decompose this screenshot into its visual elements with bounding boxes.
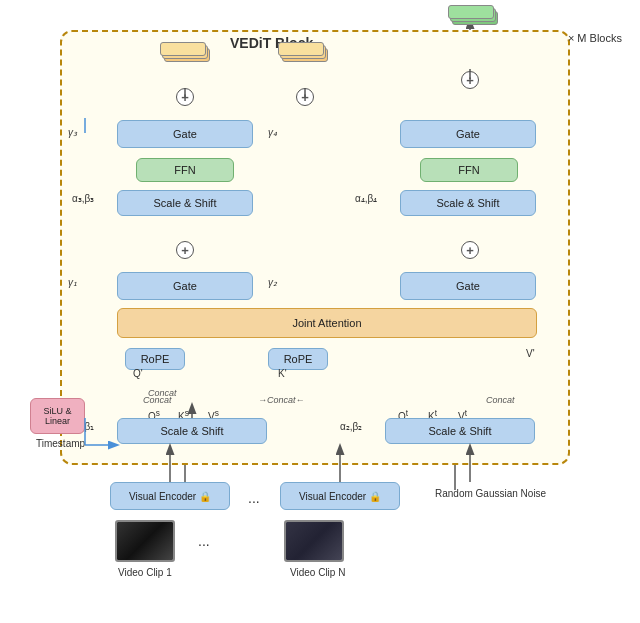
scale-shift1-label: Scale & Shift xyxy=(154,197,217,209)
video-clipn-thumb xyxy=(284,520,344,562)
visual-enc1-box: Visual Encoder 🔒 xyxy=(110,482,230,510)
scale-shift4-box: Scale & Shift xyxy=(385,418,535,444)
ellipsis-mid: ... xyxy=(248,490,260,506)
gamma3-label: γ₃ xyxy=(68,127,77,138)
video-clip1-thumb xyxy=(115,520,175,562)
v-prime-label: V' xyxy=(526,348,535,359)
gamma2-label: γ₂ xyxy=(268,277,277,288)
plus-circle-top-left: + xyxy=(176,88,194,106)
scale-shift3-label: Scale & Shift xyxy=(161,425,224,437)
visual-enc2-box: Visual Encoder 🔒 xyxy=(280,482,400,510)
gate2-label: Gate xyxy=(173,280,197,292)
gamma4-label: γ₄ xyxy=(268,127,277,138)
scale-shift1-box: Scale & Shift xyxy=(117,190,253,216)
ffn2-label: FFN xyxy=(458,164,479,176)
timestamp-label: Timestamp xyxy=(36,438,85,449)
gate1-box: Gate xyxy=(117,120,253,148)
xm-blocks-label: × M Blocks xyxy=(568,32,622,44)
silu-box: SiLU & Linear xyxy=(30,398,85,434)
rope1-box: RoPE xyxy=(125,348,185,370)
gate4-box: Gate xyxy=(400,272,536,300)
gamma1-label: γ₁ xyxy=(68,277,77,288)
scale-shift2-label: Scale & Shift xyxy=(437,197,500,209)
plus-circle-top-mid: + xyxy=(296,88,314,106)
concat3-display: Concat xyxy=(486,395,515,405)
plus-circle-top-right: + xyxy=(461,71,479,89)
gate4-label: Gate xyxy=(456,280,480,292)
main-container: VEDiT Block × M Blocks + + + Gate Gate F… xyxy=(0,0,640,623)
ellipsis-clips: ... xyxy=(198,533,210,549)
random-noise-label: Random Gaussian Noise xyxy=(435,488,546,499)
alpha3-beta3-label: α₃,β₃ xyxy=(72,193,94,204)
plus-circle-mid-right: + xyxy=(461,241,479,259)
gate3-box: Gate xyxy=(400,120,536,148)
plus-circle-mid-left: + xyxy=(176,241,194,259)
scale-shift2-box: Scale & Shift xyxy=(400,190,536,216)
visual-enc1-label: Visual Encoder 🔒 xyxy=(129,491,211,502)
ffn1-label: FFN xyxy=(174,164,195,176)
q-prime-label: Q' xyxy=(133,368,143,379)
gate1-label: Gate xyxy=(173,128,197,140)
rope2-box: RoPE xyxy=(268,348,328,370)
scale-shift4-label: Scale & Shift xyxy=(429,425,492,437)
alpha4-beta4-label: α₄,β₄ xyxy=(355,193,377,204)
ffn2-box: FFN xyxy=(420,158,518,182)
alpha2-beta2-label: α₂,β₂ xyxy=(340,421,362,432)
gate3-label: Gate xyxy=(456,128,480,140)
concat2-display: →Concat← xyxy=(258,395,305,405)
k-prime-label: K' xyxy=(278,368,287,379)
rope2-label: RoPE xyxy=(284,353,313,365)
video-clipn-label: Video Clip N xyxy=(290,567,345,578)
ffn1-box: FFN xyxy=(136,158,234,182)
visual-enc2-label: Visual Encoder 🔒 xyxy=(299,491,381,502)
joint-attention-label: Joint Attention xyxy=(292,317,361,329)
video-clip1-label: Video Clip 1 xyxy=(118,567,172,578)
concat1-display: Concat xyxy=(143,395,172,405)
silu-label: SiLU & Linear xyxy=(31,406,84,426)
scale-shift3-box: Scale & Shift xyxy=(117,418,267,444)
gate2-box: Gate xyxy=(117,272,253,300)
joint-attention-box: Joint Attention xyxy=(117,308,537,338)
rope1-label: RoPE xyxy=(141,353,170,365)
